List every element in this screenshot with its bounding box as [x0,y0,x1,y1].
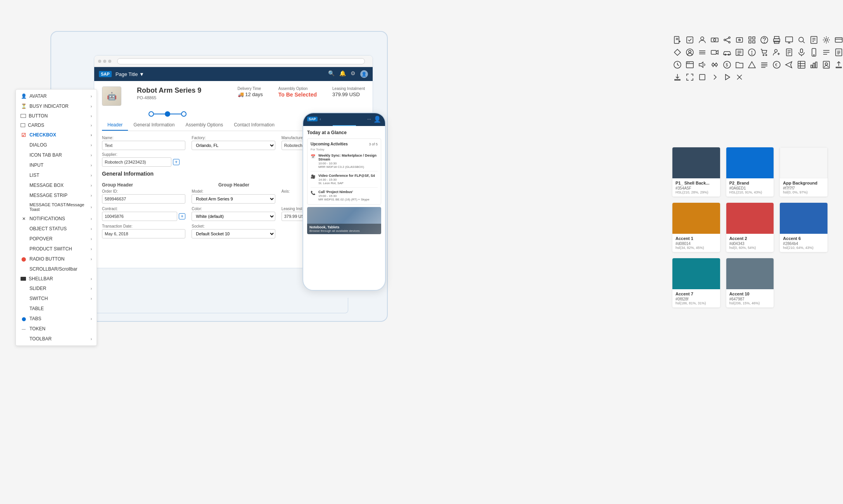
sidebar-item-message-toast[interactable]: MESSAGE TOAST/Message Toast › [16,200,97,214]
search-icon[interactable]: 🔍 [328,70,335,78]
sidebar-item-switch[interactable]: SWITCH › [16,293,97,304]
settings-icon[interactable]: ⚙ [351,70,356,78]
sidebar-item-slider[interactable]: SLIDER › [16,283,97,293]
color-card-p1[interactable]: P1_ Shell Back... #354A5F HSL(210, 28%, … [672,147,720,197]
sidebar-item-tabs[interactable]: ⬤ TABS › [16,314,97,324]
color-card-accent6[interactable]: Accent 6 #2864b4 hsl(210, 64%, 43%) [780,203,827,252]
sidebar-item-busy[interactable]: ⏳ BUSY INDICATOR › [16,101,97,111]
icon-contact[interactable] [821,60,831,70]
mobile-more-icon[interactable]: ··· [367,116,371,122]
color-card-accent7[interactable]: Accent 7 #0f828f hsl(186, 81%, 31%) [672,258,720,307]
transaction-input[interactable] [102,229,185,238]
sidebar-item-token[interactable]: — TOKEN [16,324,97,334]
icon-menu2[interactable] [821,47,831,57]
contract-input[interactable] [102,212,177,221]
icon-grid[interactable] [747,35,757,45]
tab-contact[interactable]: Contact Information [228,120,280,131]
icon-person-placeholder[interactable] [697,35,707,45]
sidebar-item-notifications[interactable]: ✕ NOTIFICATIONS › [16,214,97,224]
icon-add-document[interactable] [672,35,682,45]
icon-monitor[interactable] [784,35,794,45]
color-card-p2[interactable]: P2_Brand #0A6ED1 HSL(210, 91%, 43%) [726,147,774,197]
sidebar-item-avatar[interactable]: 👤 AVATAR › [16,91,97,101]
icon-receipt[interactable] [809,35,819,45]
sidebar-item-message-box[interactable]: MESSAGE BOX › [16,180,97,190]
supplier-add-btn[interactable]: + [173,159,180,165]
sidebar-item-checkbox[interactable]: ☑ CHECKBOX › [16,130,97,140]
icon-play[interactable] [722,72,732,82]
sidebar-item-radio-button[interactable]: ⬤ RADIO BUTTON › [16,254,97,264]
icon-microphone[interactable] [796,47,807,57]
contract-add-btn[interactable]: + [179,213,185,219]
mobile-avatar-icon[interactable]: 👤 [373,116,381,123]
factory-select[interactable]: Orlando, FL [192,141,275,150]
sidebar-item-icon-tab-bar[interactable]: ICON TAB BAR › [16,150,97,160]
model-select[interactable]: Robot Arm Series 9 [192,194,275,204]
icon-list-alt[interactable] [734,47,745,57]
sidebar-item-popover[interactable]: POPOVER › [16,234,97,244]
icon-video[interactable] [710,47,720,57]
icon-document2[interactable] [784,47,794,57]
icon-lines-list[interactable] [759,60,769,70]
icon-table-view[interactable] [796,60,807,70]
icon-chevron-right[interactable] [710,72,720,82]
sidebar-item-message-strip[interactable]: MESSAGE STRIP › [16,190,97,200]
tab-assembly[interactable]: Assembly Options [180,120,228,131]
sidebar-item-shellbar[interactable]: SHELLBAR › [16,274,97,283]
icon-checkbox[interactable] [685,35,695,45]
icon-close[interactable] [734,72,745,82]
icon-clock[interactable] [672,60,682,70]
icon-sound[interactable] [697,60,707,70]
icon-fullscreen[interactable] [685,72,695,82]
icon-chain[interactable] [710,60,720,70]
icon-alert[interactable] [747,47,757,57]
icon-question-mark[interactable] [759,35,769,45]
sidebar-item-button[interactable]: BUTTON › [16,111,97,121]
sidebar-item-input[interactable]: INPUT › [16,160,97,170]
notification-icon[interactable]: 🔔 [339,70,346,78]
browser-address-bar[interactable] [117,58,365,64]
mobile-image-card[interactable]: Notebook, Tablets Browse through all ava… [307,207,381,234]
sidebar-item-toolbar[interactable]: TOOLBAR › [16,334,97,344]
icon-diamond[interactable] [672,47,682,57]
mobile-back-icon[interactable]: ‹ [320,117,321,121]
color-select[interactable]: White (default) [192,212,275,221]
icon-lines[interactable] [697,47,707,57]
sidebar-item-list[interactable]: LIST › [16,170,97,180]
icon-person-circle[interactable] [685,47,695,57]
icon-card[interactable] [834,35,843,45]
color-card-accent1[interactable]: Accent 1 #d08014 hsl(34, 82%, 45%) [672,203,720,252]
icon-download[interactable] [672,72,682,82]
sidebar-item-object-status[interactable]: OBJECT STATUS › [16,224,97,234]
color-card-app-bg[interactable]: App Background #f7f7f7 hsl(0, 0%, 97%) [780,147,827,197]
tab-general[interactable]: General Information [128,120,180,131]
supplier-input[interactable] [102,157,171,167]
icon-money-bills[interactable] [710,35,720,45]
icon-share[interactable] [722,35,732,45]
color-card-accent10[interactable]: Accent 10 #647987 hsl(206, 15%, 46%) [726,258,774,307]
icon-euro[interactable]: € [772,60,782,70]
sidebar-item-product-switch[interactable]: PRODUCT SWITCH › [16,244,97,254]
sidebar-item-dialog[interactable]: DIALOG › [16,140,97,150]
icon-browser[interactable] [685,60,695,70]
tab-header[interactable]: Header [102,120,128,131]
icon-word[interactable]: W [834,47,843,57]
icon-chart[interactable] [809,60,819,70]
sidebar-item-table[interactable]: TABLE [16,304,97,314]
color-card-accent2[interactable]: Accent 2 #d04343 hsl(0, 60%, 54%) [726,203,774,252]
icon-box[interactable] [697,72,707,82]
sidebar-item-scrollbar[interactable]: SCROLLBAR/Scrollbar [16,264,97,274]
user-icon[interactable]: 👤 [360,70,368,78]
icon-plane[interactable] [784,60,794,70]
icon-upload[interactable] [834,60,843,70]
sidebar-item-cards[interactable]: CARDS › [16,121,97,130]
icon-print[interactable] [772,35,782,45]
icon-settings-2[interactable] [821,35,831,45]
icon-add-employee[interactable] [772,47,782,57]
icon-shape[interactable] [747,60,757,70]
icon-folder[interactable] [734,60,745,70]
icon-email[interactable] [734,35,745,45]
icon-mobile-phone[interactable] [809,47,819,57]
icon-currency[interactable]: $ [722,60,732,70]
name-input[interactable] [102,141,185,150]
